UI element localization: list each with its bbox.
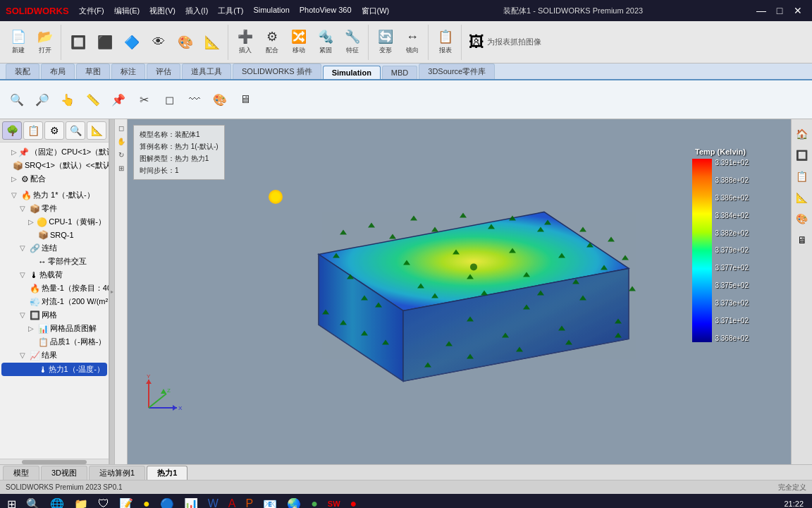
menu-tools[interactable]: 工具(T) <box>214 4 247 18</box>
tree-item-thermal[interactable]: ▽ 🔥 热力 1*（-默认-） <box>0 188 109 202</box>
sidebar-prop-btn[interactable]: 📋 <box>23 121 43 140</box>
tree-item-mating[interactable]: ▷ ⚙ 配合 <box>0 172 109 186</box>
view-section-button[interactable]: ⬛ <box>92 25 118 60</box>
rp-display-btn[interactable]: 🖥 <box>793 231 811 249</box>
tree-item-thermal-load[interactable]: ▽ 🌡 热载荷 <box>0 268 109 282</box>
rotate-btn[interactable]: ↻ <box>116 149 127 160</box>
sidebar-scrollbar-thumb[interactable] <box>22 460 87 464</box>
tab-markup[interactable]: 标注 <box>111 64 145 79</box>
menu-photoview[interactable]: PhotoView 360 <box>295 4 356 18</box>
rp-color-btn[interactable]: 🎨 <box>793 210 811 228</box>
menu-simulation[interactable]: Simulation <box>249 4 293 18</box>
tree-item-mesh-quality[interactable]: ▷ 📊 网格品质图解 <box>0 322 109 335</box>
tree-item-connect[interactable]: ▽ 🔗 连结 <box>0 241 109 255</box>
expand-connect[interactable]: ▽ <box>20 244 28 252</box>
tab-solidworks-plugins[interactable]: SOLIDWORKS 插件 <box>233 64 321 79</box>
expand-cpu1[interactable]: ▷ <box>28 218 35 226</box>
taskbar-browser[interactable]: 🌐 <box>46 495 68 508</box>
taskbar-sw[interactable]: SW <box>324 495 345 508</box>
minimize-button[interactable]: — <box>753 4 770 18</box>
expand-mq[interactable]: ▷ <box>28 325 37 332</box>
reference-button[interactable]: 📐 <box>199 25 225 60</box>
edit-appear-button[interactable]: 🎨 <box>173 25 198 60</box>
report-button[interactable]: 📋 报表 <box>433 25 458 60</box>
sidebar-resize-handle[interactable]: ▸ <box>109 119 115 464</box>
rp-section-btn[interactable]: 📋 <box>793 167 811 186</box>
sidebar-config-btn[interactable]: ⚙ <box>44 121 64 140</box>
tree-item-heat1[interactable]: 🔥 热量-1（按条目：40 W;） <box>0 282 109 295</box>
open-button[interactable]: 📂 打开 <box>32 25 58 60</box>
tab-thermal[interactable]: 热力1 <box>147 466 187 480</box>
flow-traj-btn[interactable]: 〰 <box>183 84 206 115</box>
rp-home-btn[interactable]: 🏠 <box>793 125 811 143</box>
tab-mbd[interactable]: MBD <box>382 66 417 79</box>
assem-features-button[interactable]: 🔧 特征 <box>340 25 365 60</box>
tree-item-cpu[interactable]: ▷ 📌 （固定）CPU<1>（默认）< <box>0 145 109 159</box>
iso-clipping-btn[interactable]: ◻ <box>158 84 180 115</box>
tree-item-thermal1[interactable]: 🌡 热力1（-温度-） <box>1 363 107 376</box>
view-display-button[interactable]: 🔷 <box>119 25 144 60</box>
tree-item-srq1[interactable]: 📦 SRQ-1 <box>0 229 109 241</box>
tab-motion[interactable]: 运动算例1 <box>89 466 145 480</box>
new-button[interactable]: 📄 新建 <box>6 25 31 60</box>
taskbar-chart[interactable]: 📊 <box>180 495 202 508</box>
expand-cpu[interactable]: ▷ <box>11 148 17 156</box>
move-component-button[interactable]: 🔀 移动 <box>286 25 312 60</box>
taskbar-green[interactable]: ● <box>307 495 322 508</box>
color-btn[interactable]: 🎨 <box>209 84 231 115</box>
tree-item-cpu1[interactable]: ▷ 🟡 CPU-1（黄铜-） <box>0 215 109 229</box>
taskbar-shield[interactable]: 🛡 <box>94 495 113 508</box>
tree-item-results[interactable]: ▽ 📈 结果 <box>0 349 109 362</box>
expand-mating[interactable]: ▷ <box>11 175 20 183</box>
smart-fasteners-button[interactable]: 🔩 紧固 <box>313 25 338 60</box>
menu-file[interactable]: 文件(F) <box>75 4 109 18</box>
tab-3dview[interactable]: 3D视图 <box>41 466 87 480</box>
start-button[interactable]: ⊞ <box>3 495 20 508</box>
rp-measure-btn[interactable]: 📐 <box>793 188 811 207</box>
taskbar-notepad[interactable]: 📝 <box>115 495 137 508</box>
taskbar-chrome[interactable]: 🌏 <box>283 495 305 508</box>
menu-edit[interactable]: 编辑(E) <box>110 4 144 18</box>
close-button[interactable]: ✕ <box>789 4 806 18</box>
insert-component-button[interactable]: ➕ 插入 <box>233 25 258 60</box>
taskbar-ppt[interactable]: P <box>241 495 257 508</box>
probe-btn[interactable]: 📌 <box>107 84 130 115</box>
expand-mesh[interactable]: ▽ <box>20 311 28 319</box>
tree-item-mesh[interactable]: ▽ 🔲 网格 <box>0 308 109 322</box>
rp-view-btn[interactable]: 🔲 <box>793 146 811 164</box>
taskbar-red2[interactable]: ● <box>346 495 362 508</box>
sidebar-tree-btn[interactable]: 🌳 <box>2 121 22 140</box>
menu-view[interactable]: 视图(V) <box>145 4 180 18</box>
section-clipping-btn[interactable]: ✂ <box>133 84 155 115</box>
expand-parts[interactable]: ▽ <box>20 205 28 212</box>
deform-button[interactable]: 🔄 变形 <box>373 25 398 60</box>
tab-sketch[interactable]: 草图 <box>76 64 110 79</box>
taskbar-pdf[interactable]: A <box>224 495 240 508</box>
tab-rendering[interactable]: 道具工具 <box>182 64 231 79</box>
tab-evaluate[interactable]: 评估 <box>147 64 180 79</box>
mirror-button[interactable]: ↔ 镜向 <box>400 25 425 60</box>
view-orient-button[interactable]: 🔲 <box>66 25 91 60</box>
view-selector-btn[interactable]: ◻ <box>116 122 127 133</box>
tree-item-srq[interactable]: 📦 SRQ<1>（默认）<<默认 <box>0 159 109 172</box>
tab-assemble[interactable]: 装配 <box>6 64 39 79</box>
pan-btn[interactable]: ✋ <box>116 135 127 147</box>
tab-layout[interactable]: 布局 <box>41 64 75 79</box>
tab-3dsource[interactable]: 3DSource零件库 <box>419 64 495 79</box>
expand-results[interactable]: ▽ <box>20 351 28 359</box>
tab-simulation[interactable]: Simulation <box>323 66 381 79</box>
zoom-btn[interactable]: 🔎 <box>31 84 54 115</box>
sidebar-scrollbar-track[interactable] <box>0 459 109 464</box>
view-hide-button[interactable]: 👁 <box>146 25 171 60</box>
tree-item-parts[interactable]: ▽ 📦 零件 <box>0 202 109 215</box>
sidebar-extra-btn[interactable]: 📐 <box>87 121 106 140</box>
expand-tl[interactable]: ▽ <box>20 271 28 279</box>
search-btn[interactable]: 🔍 <box>6 84 28 115</box>
expand-thermal[interactable]: ▽ <box>11 191 20 199</box>
taskbar-yellow[interactable]: ● <box>139 495 154 508</box>
maximize-button[interactable]: □ <box>771 4 788 18</box>
menu-insert[interactable]: 插入(I) <box>181 4 212 18</box>
taskbar-blue[interactable]: 🔵 <box>156 495 178 508</box>
taskbar-explorer[interactable]: 📁 <box>70 495 92 508</box>
tree-item-conv1[interactable]: 💨 对流-1（200 W/(m²·K)） <box>0 295 109 308</box>
